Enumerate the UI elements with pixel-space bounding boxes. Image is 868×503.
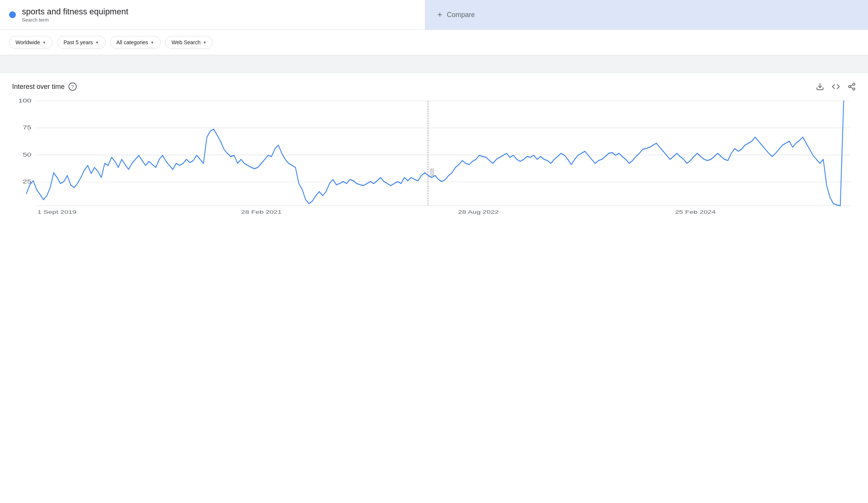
chart-title-group: Interest over time ? xyxy=(12,82,77,91)
svg-text:28 Aug 2022: 28 Aug 2022 xyxy=(458,210,499,215)
download-icon[interactable] xyxy=(816,82,824,91)
share-icon[interactable] xyxy=(848,82,856,91)
compare-plus-icon: + xyxy=(437,10,442,20)
search-type-label: Web Search xyxy=(172,39,201,45)
location-label: Worldwide xyxy=(16,39,40,45)
separator-band xyxy=(0,55,868,73)
svg-line-5 xyxy=(851,85,853,86)
compare-box[interactable]: + Compare xyxy=(425,0,868,29)
help-icon[interactable]: ? xyxy=(68,82,77,91)
svg-line-4 xyxy=(851,87,853,88)
time-label: Past 5 years xyxy=(64,39,93,45)
search-term-box: sports and fitness equipment Search term xyxy=(0,0,425,29)
svg-text:28 Feb 2021: 28 Feb 2021 xyxy=(241,210,282,215)
svg-text:75: 75 xyxy=(23,125,31,131)
chart-actions xyxy=(816,82,856,91)
svg-text:50: 50 xyxy=(23,152,31,158)
svg-text:1 Sept 2019: 1 Sept 2019 xyxy=(37,210,76,215)
compare-label: Compare xyxy=(447,11,475,19)
time-filter[interactable]: Past 5 years ▼ xyxy=(57,36,105,49)
search-type-filter[interactable]: Web Search ▼ xyxy=(165,36,213,49)
location-filter[interactable]: Worldwide ▼ xyxy=(9,36,53,49)
chart-section: Interest over time ? xyxy=(0,73,868,230)
term-dot xyxy=(9,11,16,18)
chevron-down-icon: ▼ xyxy=(42,40,46,45)
search-term-type: Search term xyxy=(22,17,49,23)
category-filter[interactable]: All categories ▼ xyxy=(110,36,161,49)
embed-icon[interactable] xyxy=(832,82,840,91)
filter-bar: Worldwide ▼ Past 5 years ▼ All categorie… xyxy=(0,30,868,55)
chevron-down-icon: ▼ xyxy=(95,40,99,45)
trend-chart: 100 75 50 25 Note 1 Sept 2019 28 Feb 202… xyxy=(12,97,856,218)
chevron-down-icon: ▼ xyxy=(150,40,154,45)
category-label: All categories xyxy=(116,39,148,45)
chart-header: Interest over time ? xyxy=(12,82,856,91)
svg-text:100: 100 xyxy=(18,98,31,104)
search-term-title: sports and fitness equipment xyxy=(22,7,128,17)
chart-container: 100 75 50 25 Note 1 Sept 2019 28 Feb 202… xyxy=(12,97,856,218)
search-header: sports and fitness equipment Search term… xyxy=(0,0,868,30)
term-text: sports and fitness equipment Search term xyxy=(22,7,128,23)
chevron-down-icon: ▼ xyxy=(203,40,206,45)
chart-title: Interest over time xyxy=(12,83,65,91)
svg-text:25 Feb 2024: 25 Feb 2024 xyxy=(675,210,716,215)
